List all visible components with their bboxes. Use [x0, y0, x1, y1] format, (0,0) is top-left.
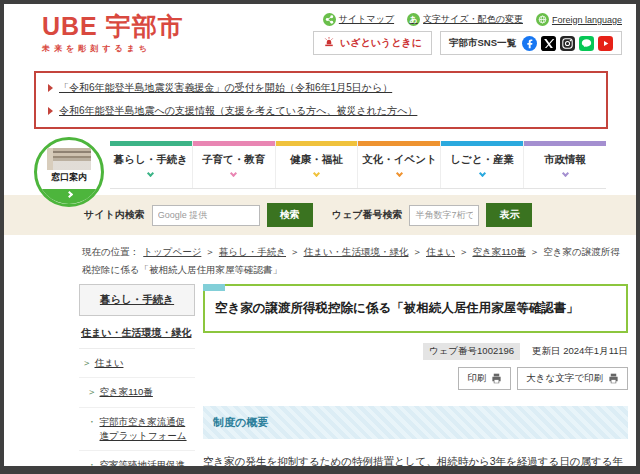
- text-size-link[interactable]: あ 文字サイズ・配色の変更: [407, 13, 523, 26]
- window-guide-label: 窓口案内: [37, 171, 101, 184]
- sidebar-item-marker: ＞: [82, 356, 92, 370]
- sidebar-item[interactable]: ・ 宇部市空き家流通促進プラットフォーム: [79, 408, 195, 452]
- web-number-search-label: ウェブ番号検索: [332, 208, 403, 222]
- globe-icon: [536, 13, 549, 26]
- print-large-button[interactable]: 大きな文字で印刷: [517, 367, 628, 390]
- nav-tab-label: 子育て・教育: [193, 153, 275, 167]
- printer-icon: [608, 373, 619, 384]
- emergency-notice-box: 「令和6年能登半島地震災害義援金」の受付を開始（令和6年1月5日から） 令和6年…: [34, 71, 608, 129]
- notice-link[interactable]: 令和6年能登半島地震への支援情報（支援を考えている方へ、被災された方へ）: [48, 104, 594, 118]
- chevron-down-icon: [479, 170, 486, 177]
- tab-color-bar: [193, 141, 275, 146]
- sidebar-header[interactable]: 暮らし・手続き: [79, 284, 195, 316]
- breadcrumb-link[interactable]: 住まい: [426, 246, 455, 257]
- body-paragraphs: 空き家の発生を抑制するための特例措置として、相続時から3年を経過する日の属する年…: [203, 452, 628, 474]
- section-header-overview: 制度の概要: [203, 406, 628, 439]
- site-logo-text: UBE 宇部市: [42, 13, 184, 41]
- nav-tabs: 暮らし・手続き 子育て・教育 健康・福祉 文化・イベント: [110, 141, 606, 189]
- nav-tab[interactable]: 子育て・教育: [193, 141, 276, 188]
- instagram-icon[interactable]: [560, 36, 575, 51]
- nav-tab[interactable]: しごと・産業: [441, 141, 524, 188]
- breadcrumb-separator: ＞: [290, 246, 300, 257]
- sidebar-item-label: 住まい: [95, 356, 124, 370]
- chevron-down-icon: [230, 170, 237, 177]
- arrow-right-icon: [48, 107, 53, 115]
- sidebar-category[interactable]: 住まい・生活環境・緑化: [79, 316, 195, 349]
- breadcrumb-items: トップページ＞暮らし・手続き＞住まい・生活環境・緑化＞住まい＞空き家110番＞: [143, 246, 543, 257]
- breadcrumb-link[interactable]: 住まい・生活環境・緑化: [304, 246, 409, 257]
- print-button[interactable]: 印刷: [458, 367, 511, 390]
- breadcrumb-link[interactable]: 暮らし・手続き: [219, 246, 286, 257]
- notice-link[interactable]: 「令和6年能登半島地震災害義援金」の受付を開始（令和6年1月5日から）: [48, 81, 594, 95]
- tab-color-bar: [441, 141, 523, 146]
- sitemap-link[interactable]: サイトマップ: [323, 13, 394, 26]
- search-button[interactable]: 検索: [267, 203, 313, 227]
- site-header: UBE 宇部市 未来を彫刻するまち サイトマップ あ 文字サイズ・配色の変更 F…: [4, 4, 636, 66]
- show-button[interactable]: 表示: [486, 203, 532, 227]
- sidebar-item[interactable]: ＞ 空き家110番: [79, 378, 195, 407]
- nav-tab[interactable]: 健康・福祉: [276, 141, 359, 188]
- emergency-button[interactable]: いざというときに: [313, 31, 432, 55]
- facebook-icon[interactable]: [522, 36, 537, 51]
- text-size-icon: あ: [407, 13, 420, 26]
- sidebar-item[interactable]: ＞ 住まい: [79, 349, 195, 378]
- main-content: 空き家の譲渡所得税控除に係る「被相続人居住用家屋等確認書」 ウェブ番号10021…: [203, 284, 628, 474]
- tab-color-bar: [358, 141, 440, 146]
- header-row2: いざというときに 宇部市SNS一覧: [313, 31, 622, 55]
- tab-color-bar: [524, 141, 606, 146]
- web-number-badge: ウェブ番号1002196: [423, 343, 520, 360]
- page-title: 空き家の譲渡所得税控除に係る「被相続人居住用家屋等確認書」: [203, 284, 628, 333]
- content: 暮らし・手続き 住まい・生活環境・緑化 ＞ 住まい ＞ 空き家110番: [79, 284, 628, 474]
- breadcrumb-separator: ＞: [412, 246, 422, 257]
- breadcrumb-separator: ＞: [459, 246, 469, 257]
- updated-date: 更新日 2024年1月11日: [532, 345, 628, 358]
- emergency-label: いざというときに: [340, 36, 422, 50]
- header-utilities: サイトマップ あ 文字サイズ・配色の変更 Foreign language いざ…: [313, 13, 622, 66]
- nav-tab[interactable]: 文化・イベント: [358, 141, 441, 188]
- sidebar-item[interactable]: ・ 空家等跡地活用促進事業補助金: [79, 451, 195, 474]
- sns-label: 宇部市SNS一覧: [449, 37, 516, 50]
- chevron-down-icon: [313, 170, 320, 177]
- breadcrumb-prefix: 現在の位置：: [82, 246, 139, 257]
- web-number-input[interactable]: [409, 205, 479, 226]
- title-accent-bar: [203, 284, 225, 291]
- tab-color-bar: [110, 141, 192, 146]
- nav-tab[interactable]: 暮らし・手続き: [110, 141, 193, 188]
- siren-icon: [323, 36, 335, 50]
- text-size-label: 文字サイズ・配色の変更: [423, 13, 523, 26]
- sns-box: 宇部市SNS一覧: [440, 31, 622, 55]
- sitemap-label: サイトマップ: [339, 13, 394, 26]
- sidebar-item-label: 空き家110番: [100, 385, 153, 399]
- sidebar-items: ＞ 住まい ＞ 空き家110番 ・ 宇部市空き家流通促進プラットフォーム: [79, 349, 195, 474]
- sidebar-item-label: 空家等跡地活用促進事業補助金: [100, 458, 194, 474]
- chevron-down-icon: [562, 170, 569, 177]
- window-guide-button[interactable]: 窓口案内: [34, 137, 104, 207]
- breadcrumb-link[interactable]: トップページ: [143, 246, 201, 257]
- search-bar: サイト内検索 検索 ウェブ番号検索 表示: [4, 195, 636, 235]
- sidebar: 暮らし・手続き 住まい・生活環境・緑化 ＞ 住まい ＞ 空き家110番: [79, 284, 195, 474]
- city-hall-image: [47, 148, 91, 170]
- utility-links: サイトマップ あ 文字サイズ・配色の変更 Foreign language: [323, 13, 622, 26]
- printer-icon: [491, 373, 502, 384]
- breadcrumb-separator: ＞: [205, 246, 215, 257]
- chevron-down-icon: [396, 170, 403, 177]
- sidebar-item-marker: ・: [87, 458, 97, 474]
- site-search-label: サイト内検索: [84, 208, 145, 222]
- youtube-icon[interactable]: [598, 36, 613, 51]
- breadcrumb-link[interactable]: 空き家110番: [472, 246, 525, 257]
- sidebar-item-label: 宇部市空き家流通促進プラットフォーム: [100, 415, 194, 444]
- nav-tab-label: 文化・イベント: [358, 153, 440, 167]
- print-row: 印刷 大きな文字で印刷: [203, 367, 628, 390]
- x-icon[interactable]: [541, 36, 556, 51]
- foreign-language-link[interactable]: Foreign language: [536, 13, 622, 26]
- site-logo-tagline: 未来を彫刻するまち: [42, 43, 184, 54]
- site-logo[interactable]: UBE 宇部市 未来を彫刻するまち: [42, 13, 184, 66]
- nav-tab[interactable]: 市政情報: [524, 141, 606, 188]
- line-icon[interactable]: [579, 36, 594, 51]
- nav-tab-label: 健康・福祉: [276, 153, 358, 167]
- arrow-right-icon: [48, 84, 53, 92]
- nav-tab-label: 市政情報: [524, 153, 606, 167]
- site-search-input[interactable]: [152, 205, 260, 226]
- body-paragraph: 空き家の発生を抑制するための特例措置として、相続時から3年を経過する日の属する年…: [203, 452, 628, 474]
- meta-row: ウェブ番号1002196 更新日 2024年1月11日: [203, 343, 628, 360]
